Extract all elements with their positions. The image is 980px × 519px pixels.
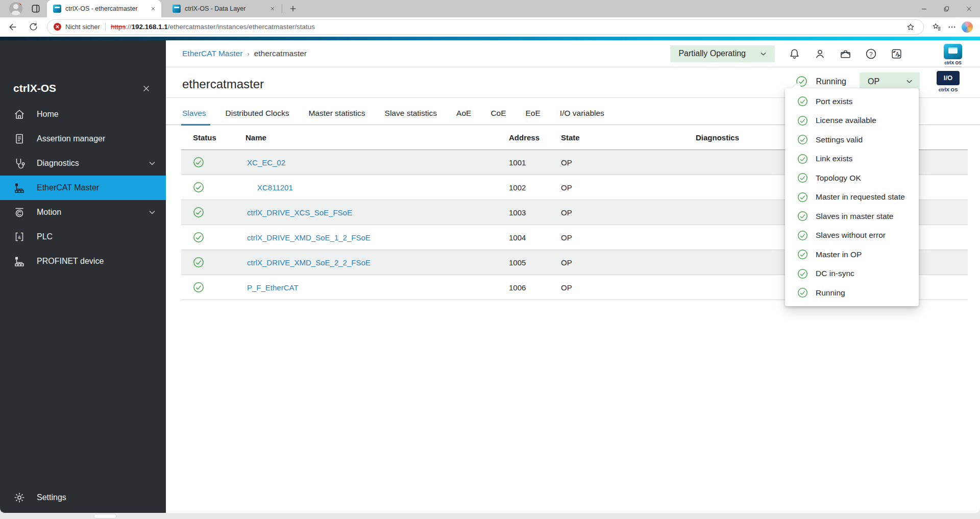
status-check-item: Link exists (785, 150, 919, 169)
slave-address-cell: 1005 (506, 258, 559, 267)
user-icon[interactable] (813, 47, 827, 61)
status-check-item: Slaves without error (785, 226, 919, 245)
sidebar-item-diagnostics[interactable]: Diagnostics (0, 151, 166, 176)
slave-state-cell: OP (559, 283, 692, 292)
browser-tab-title: ctrlX-OS - Data Layer (185, 5, 264, 12)
language-icon[interactable]: A (890, 47, 903, 61)
slave-link[interactable]: ctrlX_DRIVE_XCS_SoE_FSoE (247, 208, 352, 217)
browser-toolbar: ✕ Nicht sicher https://192.168.1.1/ether… (0, 17, 980, 37)
slave-state-cell: OP (559, 158, 692, 167)
master-status-label: Running (816, 77, 846, 86)
refresh-icon[interactable] (26, 19, 41, 35)
slave-link[interactable]: ctrlX_DRIVE_XMD_SoE_1_2_FSoE (247, 233, 371, 242)
window-minimize-button[interactable] (913, 0, 935, 17)
more-menu-icon[interactable] (944, 19, 960, 35)
browser-tab-data-layer[interactable]: ctrlX-OS - Data Layer (166, 0, 281, 17)
url-scheme: https (111, 23, 126, 31)
status-check-item: Running (785, 283, 919, 303)
slave-address-cell: 1001 (506, 158, 559, 167)
slave-state-cell: OP (559, 183, 692, 192)
status-check-label: Settings valid (816, 135, 863, 144)
workspaces-icon[interactable] (31, 4, 41, 14)
header-actions: Partially Operating ? A (670, 45, 903, 62)
status-check-item: DC in-sync (785, 264, 919, 284)
column-address: Address (506, 133, 559, 142)
tab-master-statistics[interactable]: Master statistics (308, 109, 365, 119)
tab-slaves[interactable]: Slaves (182, 109, 206, 119)
sidebar-item-ethercat-master[interactable]: EtherCAT Master (0, 176, 166, 200)
sidebar-item-motion[interactable]: Motion (0, 200, 166, 225)
tab-io-variables[interactable]: I/O variables (560, 109, 604, 119)
io-device-badge[interactable]: I/O ctrlX OS (937, 71, 960, 92)
master-status-popup: Port exists License available Settings v… (785, 88, 919, 306)
window-close-button[interactable] (958, 0, 980, 17)
status-check-item: Port exists (785, 92, 919, 111)
bookmark-star-icon[interactable] (903, 19, 918, 35)
url-text: https://192.168.1.1/ethercatmaster/insta… (111, 23, 315, 31)
app-title: ctrlX-OS (13, 82, 56, 94)
status-check-label: Master in OP (816, 250, 862, 259)
horizontal-scrollbar-thumb[interactable] (94, 514, 116, 518)
sidebar-item-plc[interactable]: & PLC (0, 225, 166, 249)
tab-coe[interactable]: CoE (491, 109, 506, 119)
briefcase-icon[interactable] (839, 47, 852, 61)
copilot-icon[interactable] (962, 21, 973, 33)
tab-divider (282, 4, 282, 13)
status-check-label: Master in requested state (816, 192, 905, 202)
tab-distributed-clocks[interactable]: Distributed Clocks (226, 109, 289, 119)
tab-slave-statistics[interactable]: Slave statistics (385, 109, 437, 119)
security-label: Nicht sicher (65, 23, 100, 31)
sidebar-item-label: Home (37, 110, 59, 119)
insecure-icon[interactable]: ✕ (54, 23, 61, 31)
tab-close-icon[interactable] (268, 5, 277, 13)
bell-icon[interactable] (788, 47, 801, 61)
network-tree-icon (13, 255, 26, 267)
page-bottom-strip (0, 513, 980, 519)
favorites-icon[interactable] (929, 19, 944, 35)
slave-state-cell: OP (559, 208, 692, 217)
check-circle-icon (797, 172, 808, 183)
status-check-item: Master in OP (785, 245, 919, 264)
slave-link[interactable]: P_F_EtherCAT (247, 283, 299, 292)
status-check-item: Slaves in master state (785, 207, 919, 226)
help-icon[interactable]: ? (864, 47, 878, 61)
status-check-label: Slaves without error (816, 231, 886, 240)
tab-close-icon[interactable] (149, 5, 157, 13)
sidebar-item-settings[interactable]: Settings (0, 485, 166, 510)
sidebar-item-assertion-manager[interactable]: Assertion manager (0, 127, 166, 151)
back-icon[interactable] (5, 19, 20, 35)
status-check-item: Master in requested state (785, 188, 919, 207)
slave-name-cell: ctrlX_DRIVE_XCS_SoE_FSoE (246, 208, 506, 217)
breadcrumb-link-ethercat-master[interactable]: EtherCAT Master (182, 49, 242, 58)
address-bar[interactable]: ✕ Nicht sicher https://192.168.1.1/ether… (47, 19, 924, 35)
ctrlx-os-logo-label: ctrlX OS (943, 60, 963, 65)
tab-eoe[interactable]: EoE (526, 109, 541, 119)
browser-tab-ethercatmaster[interactable]: ctrlX-OS - ethercatmaster (47, 0, 161, 17)
url-path: /ethercatmaster/instances/ethercatmaster… (168, 23, 315, 31)
gear-icon (13, 491, 26, 504)
tab-aoe[interactable]: AoE (456, 109, 471, 119)
ctrlx-os-logo[interactable]: ctrlX OS (943, 44, 963, 67)
check-circle-icon (797, 96, 808, 107)
sidebar-close-icon[interactable] (142, 84, 151, 93)
check-circle-icon (797, 268, 808, 279)
motion-icon (13, 206, 26, 218)
svg-text:&: & (18, 235, 21, 240)
slave-link[interactable]: ctrlX_DRIVE_XMD_SoE_2_2_FSoE (247, 258, 371, 267)
browser-profile-icon[interactable] (9, 2, 22, 15)
check-circle-icon (797, 230, 808, 241)
slave-link[interactable]: XC811201 (257, 183, 293, 192)
sidebar-item-home[interactable]: Home (0, 102, 166, 127)
breadcrumb-chevron-icon: › (247, 50, 249, 58)
new-tab-button[interactable] (286, 2, 300, 15)
breadcrumb-current: ethercatmaster (254, 49, 307, 58)
system-status-dropdown[interactable]: Partially Operating (670, 45, 775, 62)
sidebar-item-profinet-device[interactable]: PROFINET device (0, 249, 166, 274)
window-restore-button[interactable] (935, 0, 958, 17)
chevron-down-icon (148, 208, 157, 217)
slave-link[interactable]: XC_EC_02 (247, 158, 285, 167)
check-circle-icon (797, 192, 808, 203)
status-check-label: Port exists (816, 97, 852, 106)
browser-tab-title: ctrlX-OS - ethercatmaster (65, 5, 145, 12)
document-icon (13, 133, 26, 145)
